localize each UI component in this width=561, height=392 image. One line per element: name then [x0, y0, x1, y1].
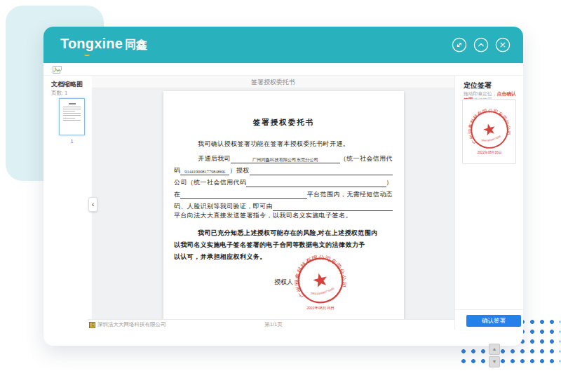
- blank-credit-code: 91441900817798486K: [180, 170, 229, 175]
- page-up-button[interactable]: ▲: [489, 344, 500, 355]
- blank-redacted: [180, 198, 306, 199]
- svg-text:5864183089778286: 5864183089778286: [480, 135, 502, 144]
- brand-logo-latin: Tongxine: [60, 36, 123, 51]
- doc-line: 在 平台范围内，无需经短信动态: [174, 187, 393, 199]
- app-window: Tongxine同鑫: [43, 27, 523, 346]
- viewer-footer: 法 深圳法大大网络科技有限公司 第1/1页: [88, 319, 454, 330]
- document-body: 我司确认授权签署功能在签署本授权委托书时开通。 开通后我司 广州同鑫科技有限公司…: [174, 140, 393, 264]
- window-controls: [452, 37, 511, 53]
- page-count-label: 页数: 1: [51, 90, 67, 97]
- broken-image-icon: [53, 66, 62, 74]
- page-thumbnail[interactable]: [59, 98, 85, 135]
- seal-star: [482, 123, 496, 136]
- expand-icon[interactable]: [452, 37, 467, 53]
- brand-logo: Tongxine同鑫: [60, 36, 147, 53]
- blank-redacted: [273, 210, 393, 211]
- company-seal-image: 广州同鑫科技有限公司东莞分公司 5864183089778286 2022年08…: [292, 252, 349, 312]
- page-indicator: 第1/1页: [264, 321, 282, 328]
- service-provider-label: 深圳法大大网络科技有限公司: [97, 321, 166, 328]
- doc-line: 开通后我司 广州同鑫科技有限公司东莞分公司 （统一社会信用代: [174, 151, 393, 163]
- collapse-panel-handle[interactable]: ‹: [88, 197, 97, 212]
- viewer-header-title: 签署授权委托书: [92, 76, 454, 88]
- page-down-button[interactable]: ▼: [489, 356, 500, 367]
- placed-signature-seal[interactable]: 广州同鑫科技有限公司东莞分公司 5864183089778286 2022年08…: [292, 252, 349, 312]
- seal-number-text: 5864183089778286: [309, 285, 335, 297]
- minimize-icon[interactable]: [473, 37, 489, 53]
- document-title: 签署授权委托书: [163, 118, 404, 128]
- seal-star: [312, 271, 329, 288]
- thumbnail-page-number: 1: [59, 138, 85, 144]
- thumbnail-text-line: [69, 103, 76, 104]
- confirm-sign-button[interactable]: 确认签署: [466, 315, 521, 327]
- seal-number-text: 5864183089778286: [480, 135, 502, 144]
- seal-date-text: 2022年08月16日: [477, 151, 501, 155]
- document-page: 签署授权委托书 我司确认授权签署功能在签署本授权委托书时开通。 开通后我司 广州…: [163, 91, 404, 319]
- doc-bold-paragraph: 我司已充分知悉上述授权可能存在的风险,对在上述授权范围内 以我司名义实施电子签名…: [174, 229, 393, 264]
- panel-divider: [455, 309, 524, 310]
- sign-position-panel: 定位签署 拖动印章定位，点击确认签署进行签署 广州同鑫科技有限公司东莞分公司 5…: [454, 76, 523, 330]
- doc-line: 我司确认授权签署功能在签署本授权委托书时开通。: [174, 140, 393, 151]
- brand-logo-cjk: 同鑫: [125, 39, 147, 50]
- sign-panel-title: 定位签署: [464, 81, 492, 90]
- blank-company-name: 广州同鑫科技有限公司东莞分公司: [231, 158, 340, 163]
- doc-line: 公司（统一社会信用代码 ）: [174, 175, 393, 187]
- content-top-strip: [43, 63, 523, 76]
- thumbnail-panel-title: 文档缩略图: [51, 80, 83, 89]
- fadada-logo-icon: 法: [89, 322, 95, 328]
- blank-redacted: [250, 175, 393, 175]
- desktop-background: Tongxine同鑫: [0, 0, 561, 392]
- brand-logo-smile-accent: [84, 53, 90, 56]
- seal-date-text: 2022年08月16日: [306, 306, 334, 311]
- seal-source-card[interactable]: 广州同鑫科技有限公司东莞分公司 5864183089778286 2022年08…: [462, 99, 516, 164]
- close-icon[interactable]: [495, 37, 511, 53]
- company-seal-image: 广州同鑫科技有限公司东莞分公司 5864183089778286 2022年08…: [466, 107, 513, 156]
- doc-line: 平台向法大大直接发送签署指令，以我司名义实施电子签名。: [174, 211, 393, 223]
- blank-redacted: [246, 187, 386, 187]
- window-titlebar: Tongxine同鑫: [43, 27, 523, 63]
- svg-text:5864183089778286: 5864183089778286: [309, 285, 335, 297]
- thumbnail-panel: 文档缩略图 页数: 1 1: [43, 76, 92, 319]
- doc-line: 码、人脸识别等我司验证，即可由: [174, 199, 393, 211]
- document-viewer: 签署授权委托书 签署授权委托书 我司确认授权签署功能在签署本授权委托书时开通。 …: [92, 76, 454, 319]
- doc-line: 码 91441900817798486K ）授权: [174, 163, 393, 175]
